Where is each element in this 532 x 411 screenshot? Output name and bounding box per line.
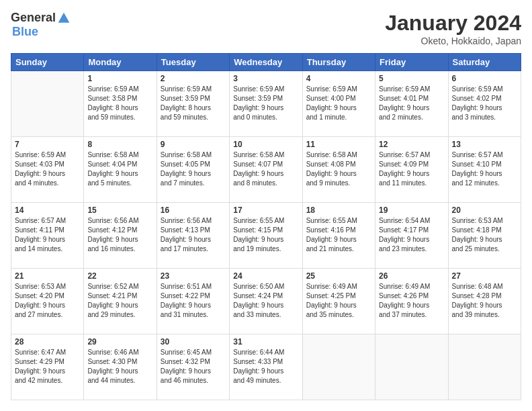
- day-info: Sunrise: 6:56 AMSunset: 4:13 PMDaylight:…: [161, 216, 226, 254]
- calendar-cell: 14Sunrise: 6:57 AMSunset: 4:11 PMDayligh…: [11, 203, 84, 269]
- day-info: Sunrise: 6:51 AMSunset: 4:22 PMDaylight:…: [161, 282, 226, 320]
- day-info: Sunrise: 6:55 AMSunset: 4:15 PMDaylight:…: [233, 216, 298, 254]
- day-number: 20: [452, 205, 517, 215]
- header: General Blue January 2024 Oketo, Hokkaid…: [11, 11, 521, 46]
- header-friday: Friday: [375, 54, 448, 71]
- day-info: Sunrise: 6:56 AMSunset: 4:12 PMDaylight:…: [87, 216, 152, 254]
- day-number: 24: [233, 271, 298, 281]
- day-number: 27: [452, 271, 517, 281]
- day-info: Sunrise: 6:59 AMSunset: 4:01 PMDaylight:…: [379, 85, 444, 122]
- calendar-cell: [11, 71, 84, 137]
- header-tuesday: Tuesday: [157, 54, 229, 71]
- day-number: 5: [379, 74, 444, 83]
- calendar-cell: 24Sunrise: 6:50 AMSunset: 4:24 PMDayligh…: [230, 269, 302, 334]
- day-info: Sunrise: 6:45 AMSunset: 4:32 PMDaylight:…: [161, 348, 226, 385]
- calendar-cell: 16Sunrise: 6:56 AMSunset: 4:13 PMDayligh…: [157, 203, 229, 269]
- svg-marker-0: [58, 12, 70, 22]
- calendar-cell: 4Sunrise: 6:59 AMSunset: 4:00 PMDaylight…: [302, 71, 375, 137]
- day-number: 8: [87, 140, 152, 149]
- calendar-cell: 31Sunrise: 6:44 AMSunset: 4:33 PMDayligh…: [230, 334, 302, 400]
- day-info: Sunrise: 6:59 AMSunset: 4:02 PMDaylight:…: [452, 85, 517, 122]
- calendar-cell: 19Sunrise: 6:54 AMSunset: 4:17 PMDayligh…: [375, 203, 448, 269]
- day-number: 31: [233, 337, 298, 347]
- logo-icon: [57, 11, 71, 25]
- calendar-cell: 30Sunrise: 6:45 AMSunset: 4:32 PMDayligh…: [157, 334, 229, 400]
- day-number: 12: [379, 140, 444, 149]
- day-info: Sunrise: 6:58 AMSunset: 4:07 PMDaylight:…: [233, 150, 298, 188]
- calendar-cell: 25Sunrise: 6:49 AMSunset: 4:25 PMDayligh…: [302, 269, 375, 334]
- day-number: 16: [161, 205, 226, 215]
- day-number: 3: [233, 74, 298, 83]
- header-thursday: Thursday: [302, 54, 375, 71]
- calendar-cell: 18Sunrise: 6:55 AMSunset: 4:16 PMDayligh…: [302, 203, 375, 269]
- logo: General Blue: [11, 11, 71, 39]
- header-saturday: Saturday: [448, 54, 521, 71]
- calendar-cell: 7Sunrise: 6:59 AMSunset: 4:03 PMDaylight…: [11, 137, 84, 203]
- day-info: Sunrise: 6:46 AMSunset: 4:30 PMDaylight:…: [87, 348, 152, 385]
- day-number: 30: [161, 337, 226, 347]
- calendar-cell: 20Sunrise: 6:53 AMSunset: 4:18 PMDayligh…: [448, 203, 521, 269]
- calendar-cell: [302, 334, 375, 400]
- main-title: January 2024: [385, 11, 521, 36]
- calendar-cell: [375, 334, 448, 400]
- day-number: 19: [379, 205, 444, 215]
- calendar-cell: 9Sunrise: 6:58 AMSunset: 4:05 PMDaylight…: [157, 137, 229, 203]
- day-info: Sunrise: 6:49 AMSunset: 4:26 PMDaylight:…: [379, 282, 444, 320]
- day-number: 6: [452, 74, 517, 83]
- day-info: Sunrise: 6:57 AMSunset: 4:09 PMDaylight:…: [379, 150, 444, 188]
- day-number: 17: [233, 205, 298, 215]
- day-info: Sunrise: 6:48 AMSunset: 4:28 PMDaylight:…: [452, 282, 517, 320]
- day-number: 25: [306, 271, 371, 281]
- day-number: 4: [306, 74, 371, 83]
- calendar-cell: 13Sunrise: 6:57 AMSunset: 4:10 PMDayligh…: [448, 137, 521, 203]
- day-info: Sunrise: 6:58 AMSunset: 4:04 PMDaylight:…: [87, 150, 152, 188]
- calendar-cell: 5Sunrise: 6:59 AMSunset: 4:01 PMDaylight…: [375, 71, 448, 137]
- weekday-header-row: Sunday Monday Tuesday Wednesday Thursday…: [11, 54, 521, 71]
- day-info: Sunrise: 6:58 AMSunset: 4:05 PMDaylight:…: [161, 150, 226, 188]
- day-number: 13: [452, 140, 517, 149]
- day-info: Sunrise: 6:54 AMSunset: 4:17 PMDaylight:…: [379, 216, 444, 254]
- header-sunday: Sunday: [11, 54, 84, 71]
- day-info: Sunrise: 6:44 AMSunset: 4:33 PMDaylight:…: [233, 348, 298, 385]
- calendar-cell: 27Sunrise: 6:48 AMSunset: 4:28 PMDayligh…: [448, 269, 521, 334]
- day-info: Sunrise: 6:52 AMSunset: 4:21 PMDaylight:…: [87, 282, 152, 320]
- day-number: 23: [161, 271, 226, 281]
- calendar-cell: 10Sunrise: 6:58 AMSunset: 4:07 PMDayligh…: [230, 137, 302, 203]
- day-info: Sunrise: 6:59 AMSunset: 4:03 PMDaylight:…: [15, 150, 80, 188]
- day-number: 29: [87, 337, 152, 347]
- day-info: Sunrise: 6:59 AMSunset: 3:59 PMDaylight:…: [233, 85, 298, 122]
- calendar-cell: 3Sunrise: 6:59 AMSunset: 3:59 PMDaylight…: [230, 71, 302, 137]
- calendar-cell: 17Sunrise: 6:55 AMSunset: 4:15 PMDayligh…: [230, 203, 302, 269]
- title-area: January 2024 Oketo, Hokkaido, Japan: [385, 11, 521, 46]
- day-info: Sunrise: 6:53 AMSunset: 4:18 PMDaylight:…: [452, 216, 517, 254]
- day-info: Sunrise: 6:47 AMSunset: 4:29 PMDaylight:…: [15, 348, 80, 385]
- day-number: 28: [15, 337, 80, 347]
- day-number: 26: [379, 271, 444, 281]
- day-info: Sunrise: 6:58 AMSunset: 4:08 PMDaylight:…: [306, 150, 371, 188]
- logo-blue-text: Blue: [12, 25, 38, 39]
- day-info: Sunrise: 6:59 AMSunset: 4:00 PMDaylight:…: [306, 85, 371, 122]
- day-number: 9: [161, 140, 226, 149]
- calendar-cell: 1Sunrise: 6:59 AMSunset: 3:58 PMDaylight…: [84, 71, 157, 137]
- calendar-cell: 12Sunrise: 6:57 AMSunset: 4:09 PMDayligh…: [375, 137, 448, 203]
- calendar-cell: 15Sunrise: 6:56 AMSunset: 4:12 PMDayligh…: [84, 203, 157, 269]
- day-number: 14: [15, 205, 80, 215]
- calendar-cell: 8Sunrise: 6:58 AMSunset: 4:04 PMDaylight…: [84, 137, 157, 203]
- logo-general-text: General: [11, 11, 56, 25]
- day-number: 22: [87, 271, 152, 281]
- calendar-cell: 26Sunrise: 6:49 AMSunset: 4:26 PMDayligh…: [375, 269, 448, 334]
- day-info: Sunrise: 6:59 AMSunset: 3:58 PMDaylight:…: [87, 85, 152, 122]
- header-wednesday: Wednesday: [230, 54, 302, 71]
- header-monday: Monday: [84, 54, 157, 71]
- day-number: 21: [15, 271, 80, 281]
- calendar-cell: 28Sunrise: 6:47 AMSunset: 4:29 PMDayligh…: [11, 334, 84, 400]
- day-number: 1: [87, 74, 152, 83]
- day-info: Sunrise: 6:49 AMSunset: 4:25 PMDaylight:…: [306, 282, 371, 320]
- day-info: Sunrise: 6:50 AMSunset: 4:24 PMDaylight:…: [233, 282, 298, 320]
- subtitle: Oketo, Hokkaido, Japan: [385, 36, 521, 46]
- day-number: 15: [87, 205, 152, 215]
- page: General Blue January 2024 Oketo, Hokkaid…: [0, 0, 532, 411]
- calendar-cell: 23Sunrise: 6:51 AMSunset: 4:22 PMDayligh…: [157, 269, 229, 334]
- calendar-cell: 6Sunrise: 6:59 AMSunset: 4:02 PMDaylight…: [448, 71, 521, 137]
- calendar-cell: 11Sunrise: 6:58 AMSunset: 4:08 PMDayligh…: [302, 137, 375, 203]
